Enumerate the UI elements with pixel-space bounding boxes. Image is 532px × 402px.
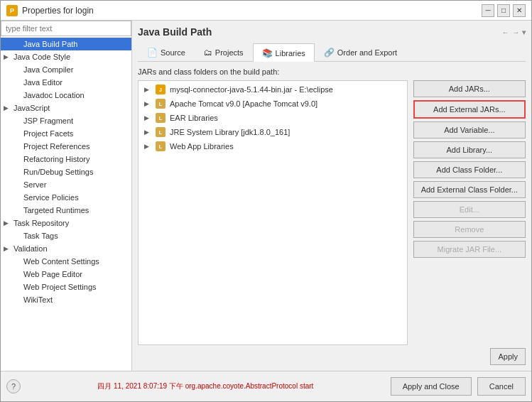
jar-icon: J [156,85,165,94]
build-item-webapp[interactable]: ▶LWeb App Libraries [139,139,407,153]
build-item-expand-icon: ▶ [144,129,151,136]
tab-projects[interactable]: 🗂Projects [195,43,253,61]
expand-arrow-icon: ▶ [4,53,11,60]
buttons-panel: Add JARs...Add External JARs...Add Varia… [413,80,526,345]
sidebar-item-label: Web Page Editor [23,270,82,278]
left-panel: Java Build Path▶Java Code StyleJava Comp… [1,21,132,371]
nav-list: Java Build Path▶Java Code StyleJava Comp… [1,36,131,371]
sidebar-item-label: Web Content Settings [23,257,99,266]
build-item-label: EAR Libraries [170,114,218,122]
status-bar: 四月 11, 2021 8:07:19 下午 org.apache.coyote… [97,381,313,391]
add-library-button[interactable]: Add Library... [413,141,526,158]
sidebar-item-label: JSP Fragment [23,116,73,125]
nav-fwd-btn[interactable]: → [512,28,519,36]
sidebar-item-label: Java Code Style [13,53,70,61]
sidebar-item-label: Web Project Settings [23,283,97,291]
sidebar-item-java-build-path[interactable]: Java Build Path [1,38,131,50]
nav-back-btn[interactable]: ← [501,28,509,36]
add-class-folder-button[interactable]: Add Class Folder... [413,161,526,178]
projects-tab-icon: 🗂 [204,48,212,58]
libraries-tab-icon: 📚 [262,48,273,58]
add-jars-button[interactable]: Add JARs... [413,80,526,97]
sidebar-item-web-page-editor[interactable]: Web Page Editor [1,268,131,281]
minimize-button[interactable]: ─ [482,4,494,17]
build-item-label: Web App Libraries [170,142,234,151]
dialog-title: Properties for login [22,6,94,16]
sidebar-item-service-policies[interactable]: Service Policies [1,191,131,204]
sidebar-item-label: Task Repository [13,219,69,227]
sidebar-item-wikitext[interactable]: WikiText [1,293,131,306]
help-button[interactable]: ? [6,379,21,393]
build-item-expand-icon: ▶ [144,100,151,107]
build-item-tomcat[interactable]: ▶LApache Tomcat v9.0 [Apache Tomcat v9.0… [139,97,407,111]
tab-order-export[interactable]: 🔗Order and Export [315,43,406,61]
remove-button: Remove [413,221,526,238]
sidebar-item-javascript[interactable]: ▶JavaScript [1,102,131,114]
sidebar-item-web-content-settings[interactable]: Web Content Settings [1,255,131,268]
filter-input[interactable] [1,21,131,36]
tab-projects-label: Projects [215,48,244,57]
tab-order-export-label: Order and Export [337,48,397,57]
dialog-icon: P [6,5,18,16]
apply-area: Apply [138,345,526,365]
title-controls: ─ □ ✕ [482,4,526,17]
tab-libraries[interactable]: 📚Libraries [253,43,315,62]
sidebar-item-javadoc-location[interactable]: Javadoc Location [1,89,131,102]
add-external-class-folder-button[interactable]: Add External Class Folder... [413,181,526,198]
build-item-ear[interactable]: ▶LEAR Libraries [139,111,407,125]
build-item-label: mysql-connector-java-5.1.44-bin.jar - E:… [170,85,333,94]
build-item-mysql[interactable]: ▶Jmysql-connector-java-5.1.44-bin.jar - … [139,82,407,97]
sidebar-item-run-debug-settings[interactable]: Run/Debug Settings [1,165,131,178]
sidebar-item-project-references[interactable]: Project References [1,140,131,153]
sidebar-item-java-compiler[interactable]: Java Compiler [1,63,131,76]
sidebar-item-web-project-settings[interactable]: Web Project Settings [1,281,131,293]
sidebar-item-label: Java Compiler [23,65,73,74]
build-path-subtitle: JARs and class folders on the build path… [138,67,526,76]
content-area: Java Build Path▶Java Code StyleJava Comp… [1,21,531,371]
sidebar-item-validation[interactable]: ▶Validation [1,242,131,255]
lib-icon: L [156,113,165,123]
add-external-jars-button[interactable]: Add External JARs... [413,100,526,119]
build-item-expand-icon: ▶ [144,86,151,93]
main-content: ▶Jmysql-connector-java-5.1.44-bin.jar - … [138,80,526,345]
apply-close-button[interactable]: Apply and Close [391,377,472,396]
sidebar-item-refactoring-history[interactable]: Refactoring History [1,153,131,165]
tab-libraries-label: Libraries [276,49,305,58]
build-item-expand-icon: ▶ [144,143,151,150]
tab-source-label: Source [161,48,185,57]
apply-button[interactable]: Apply [490,348,526,365]
sidebar-item-label: Project Facets [23,129,73,138]
sidebar-item-label: WikiText [23,295,53,304]
title-bar-left: P Properties for login [6,5,94,16]
sidebar-item-java-code-style[interactable]: ▶Java Code Style [1,50,131,63]
cancel-button[interactable]: Cancel [477,377,526,396]
expand-arrow-icon: ▶ [4,219,11,227]
title-bar: P Properties for login ─ □ ✕ [1,1,531,21]
close-button[interactable]: ✕ [513,4,526,17]
sidebar-item-jsp-fragment[interactable]: JSP Fragment [1,114,131,127]
sidebar-item-label: Validation [13,244,48,253]
build-item-label: Apache Tomcat v9.0 [Apache Tomcat v9.0] [170,99,317,108]
panel-title: Java Build Path [138,26,212,38]
maximize-button[interactable]: □ [497,4,510,17]
expand-arrow-icon: ▶ [4,245,11,252]
panel-title-row: Java Build Path ← → ▾ [138,26,526,38]
add-variable-button[interactable]: Add Variable... [413,121,526,138]
lib-icon: L [156,99,165,109]
build-path-list: ▶Jmysql-connector-java-5.1.44-bin.jar - … [139,81,407,344]
sidebar-item-project-facets[interactable]: Project Facets [1,127,131,140]
sidebar-item-server[interactable]: Server [1,178,131,191]
panel-nav: ← → ▾ [501,28,526,36]
footer: ? 四月 11, 2021 8:07:19 下午 org.apache.coyo… [1,371,531,401]
edit-button: Edit... [413,201,526,218]
sidebar-item-task-repository[interactable]: ▶Task Repository [1,217,131,229]
tabs-bar: 📄Source🗂Projects📚Libraries🔗Order and Exp… [138,43,526,62]
footer-bottom-row: ? 四月 11, 2021 8:07:19 下午 org.apache.coyo… [6,377,526,396]
migrate-jar-button: Migrate JAR File... [413,241,526,258]
build-item-jre[interactable]: ▶LJRE System Library [jdk1.8.0_161] [139,125,407,139]
tab-source[interactable]: 📄Source [138,43,195,61]
sidebar-item-label: Java Editor [23,78,63,87]
sidebar-item-targeted-runtimes[interactable]: Targeted Runtimes [1,204,131,217]
sidebar-item-java-editor[interactable]: Java Editor [1,76,131,89]
sidebar-item-task-tags[interactable]: Task Tags [1,229,131,242]
